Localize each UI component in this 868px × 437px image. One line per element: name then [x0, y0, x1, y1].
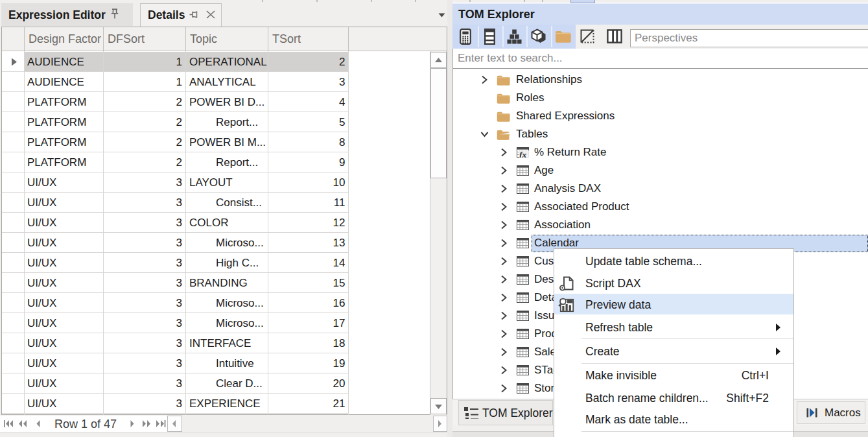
svg-text:fx: fx [519, 150, 526, 158]
